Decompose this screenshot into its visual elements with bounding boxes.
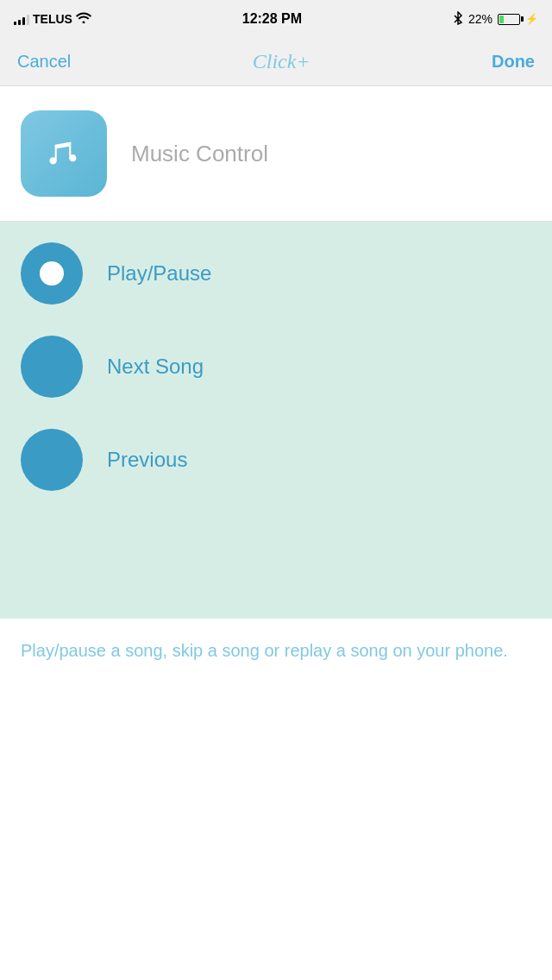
nav-bar: Cancel Click+ Done	[0, 38, 552, 86]
previous-label: Previous	[107, 448, 187, 472]
signal-bars-icon	[14, 13, 29, 25]
music-app-icon	[21, 110, 107, 197]
music-note-svg	[37, 127, 91, 180]
status-time: 12:28 PM	[242, 11, 302, 27]
status-left: TELUS	[14, 11, 91, 27]
bluetooth-icon	[453, 11, 463, 28]
play-pause-button[interactable]	[21, 242, 83, 305]
previous-button[interactable]	[21, 429, 83, 491]
battery-icon	[498, 14, 520, 25]
page-title: Music Control	[131, 141, 268, 167]
signal-bar-3	[22, 17, 25, 25]
next-song-button[interactable]	[21, 336, 83, 398]
play-pause-label: Play/Pause	[107, 261, 211, 286]
carrier-label: TELUS	[33, 12, 72, 26]
header-section: Music Control	[0, 86, 552, 222]
done-button[interactable]: Done	[492, 52, 535, 72]
previous-item[interactable]: Previous	[21, 429, 531, 491]
wifi-icon	[76, 11, 91, 27]
status-right: 22% ⚡	[453, 11, 538, 28]
play-pause-selected-indicator	[40, 261, 64, 286]
charging-bolt-icon: ⚡	[525, 13, 538, 25]
cancel-button[interactable]: Cancel	[17, 52, 71, 72]
signal-bar-4	[27, 15, 29, 25]
signal-bar-1	[14, 22, 16, 25]
status-bar: TELUS 12:28 PM 22% ⚡	[0, 0, 552, 38]
battery-container	[498, 14, 520, 25]
next-song-item[interactable]: Next Song	[21, 336, 531, 398]
play-pause-item[interactable]: Play/Pause	[21, 242, 531, 305]
control-list-section: Play/Pause Next Song Previous	[0, 222, 552, 619]
app-title: Click+	[253, 50, 310, 73]
next-song-label: Next Song	[107, 355, 204, 379]
description-text: Play/pause a song, skip a song or replay…	[21, 638, 531, 663]
battery-fill	[499, 16, 504, 23]
description-section: Play/pause a song, skip a song or replay…	[0, 619, 552, 682]
signal-bar-2	[18, 20, 21, 25]
battery-percent-label: 22%	[468, 12, 492, 26]
svg-rect-0	[37, 127, 91, 180]
